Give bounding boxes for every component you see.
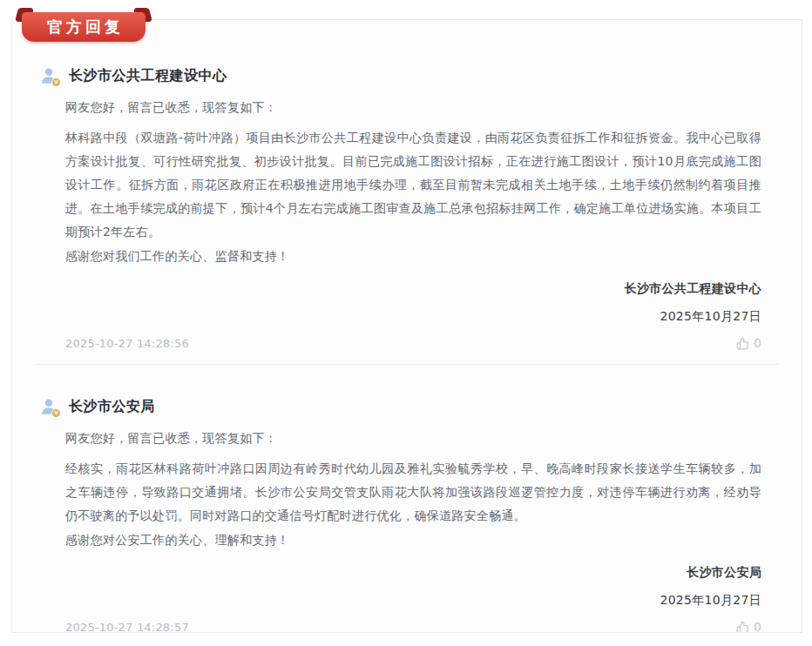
reply-timestamp: 2025-10-27 14:28:56	[65, 337, 189, 350]
reply-greeting: 网友您好，留言已收悉，现答复如下：	[65, 427, 761, 448]
thumbs-up-icon	[736, 337, 749, 350]
ribbon-body: 官方回复	[22, 12, 145, 42]
reply-card-footer: 2025-10-27 14:28:57 0	[65, 620, 761, 633]
reply-body: 经核实，雨花区林科路荷叶冲路口因周边有岭秀时代幼儿园及雅礼实验毓秀学校，早、晚高…	[65, 457, 761, 528]
verified-badge-icon: v	[51, 77, 61, 87]
verified-badge-icon: v	[51, 408, 61, 418]
reply-thanks: 感谢您对我们工作的关心、监督和支持！	[65, 245, 761, 268]
reply-card-footer: 2025-10-27 14:28:56 0	[65, 336, 761, 350]
official-reply-card: v 长沙市公共工程建设中心 网友您好，留言已收悉，现答复如下： 林科路中段（双塘…	[12, 20, 802, 364]
agency-name: 长沙市公安局	[69, 398, 155, 416]
reply-card-content: 网友您好，留言已收悉，现答复如下： 经核实，雨花区林科路荷叶冲路口因周边有岭秀时…	[65, 427, 761, 633]
agency-name: 长沙市公共工程建设中心	[69, 67, 227, 85]
reply-card-content: 网友您好，留言已收悉，现答复如下： 林科路中段（双塘路-荷叶冲路）项目由长沙市公…	[65, 97, 761, 350]
like-count: 0	[754, 336, 761, 350]
agency-avatar-icon: v	[39, 397, 58, 416]
agency-avatar-icon: v	[39, 66, 58, 85]
reply-greeting: 网友您好，留言已收悉，现答复如下：	[65, 97, 761, 118]
reply-timestamp: 2025-10-27 14:28:57	[65, 621, 189, 634]
thumbs-up-icon	[736, 621, 749, 634]
reply-signature: 长沙市公安局	[65, 561, 761, 584]
official-reply-page: 官方回复 v 长沙市公共工程建设中心 网友您好，留言已收悉，现答复如下： 林科路…	[0, 0, 812, 646]
reply-sign-date: 2025年10月27日	[65, 305, 761, 328]
official-reply-ribbon: 官方回复	[16, 7, 152, 45]
official-reply-card: v 长沙市公安局 网友您好，留言已收悉，现答复如下： 经核实，雨花区林科路荷叶冲…	[12, 365, 802, 633]
reply-sign-date: 2025年10月27日	[65, 589, 761, 612]
like-count: 0	[754, 620, 761, 633]
ribbon-label: 官方回复	[44, 17, 124, 37]
reply-card-header: v 长沙市公安局	[39, 396, 761, 417]
like-button[interactable]: 0	[736, 620, 761, 633]
like-button[interactable]: 0	[736, 336, 761, 350]
replies-panel: v 长沙市公共工程建设中心 网友您好，留言已收悉，现答复如下： 林科路中段（双塘…	[11, 19, 802, 633]
reply-body: 林科路中段（双塘路-荷叶冲路）项目由长沙市公共工程建设中心负责建设，由雨花区负责…	[65, 126, 761, 244]
reply-signature: 长沙市公共工程建设中心	[65, 277, 761, 300]
reply-card-header: v 长沙市公共工程建设中心	[39, 65, 761, 86]
reply-thanks: 感谢您对公安工作的关心、理解和支持！	[65, 528, 761, 552]
